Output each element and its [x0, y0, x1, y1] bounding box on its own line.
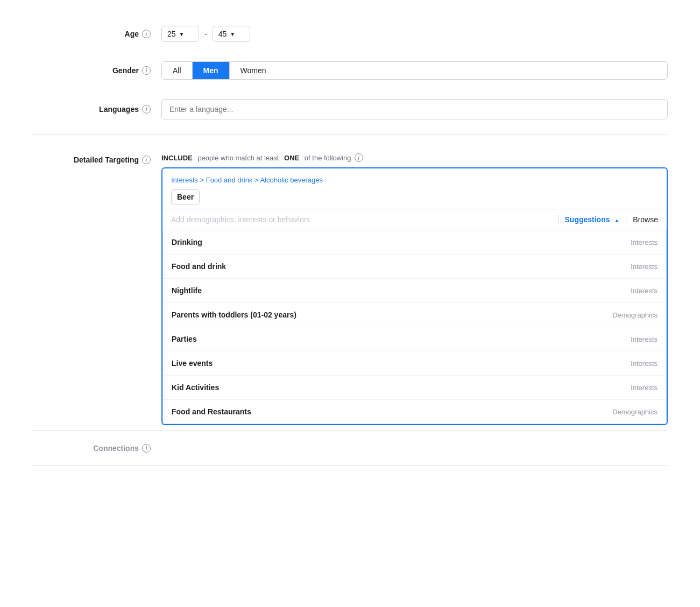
include-text: INCLUDE people who match at least ONE of…: [161, 153, 668, 162]
selected-tag-text: Beer: [177, 193, 194, 201]
search-bar-row: Add demographics, interests or behaviors…: [162, 209, 667, 230]
suggestion-category: Demographics: [612, 408, 657, 416]
detailed-targeting-label: Detailed Targeting i: [32, 153, 161, 164]
include-end: of the following: [302, 154, 351, 162]
suggestion-item[interactable]: DrinkingInterests: [163, 230, 666, 255]
include-one: ONE: [284, 154, 299, 162]
detailed-targeting-content: INCLUDE people who match at least ONE of…: [161, 153, 668, 425]
breadcrumb-sep1: >: [200, 176, 206, 184]
age-min-value: 25: [167, 30, 176, 38]
targeting-box: Interests > Food and drink > Alcoholic b…: [161, 167, 668, 425]
bottom-divider-2: [32, 465, 668, 466]
age-max-select[interactable]: 45 ▼: [213, 26, 250, 42]
connections-label-text: Connections: [93, 444, 139, 453]
suggestion-category: Interests: [631, 335, 657, 343]
connections-row: Connections i: [32, 431, 668, 465]
age-max-arrow: ▼: [230, 31, 235, 37]
suggestion-category: Interests: [631, 384, 657, 392]
suggestion-name: Food and drink: [172, 262, 226, 271]
gender-all-button[interactable]: All: [162, 62, 193, 79]
detailed-targeting-row: Detailed Targeting i INCLUDE people who …: [32, 140, 668, 430]
suggestion-name: Drinking: [172, 238, 202, 246]
tab-suggestions-text: Suggestions: [565, 215, 610, 224]
age-separator: -: [204, 30, 207, 38]
languages-info-icon[interactable]: i: [142, 105, 151, 114]
tab-divider-2: [626, 215, 626, 224]
age-min-select[interactable]: 25 ▼: [161, 26, 199, 42]
include-prefix: INCLUDE: [161, 154, 193, 162]
suggestion-item[interactable]: Live eventsInterests: [163, 351, 666, 376]
tab-suggestions[interactable]: Suggestions ▲: [565, 215, 620, 224]
include-info-icon[interactable]: i: [355, 153, 363, 162]
gender-label-text: Gender: [112, 66, 139, 75]
languages-row: Languages i: [32, 89, 668, 129]
suggestion-item[interactable]: Food and RestaurantsDemographics: [163, 400, 666, 424]
suggestion-item[interactable]: Food and drinkInterests: [163, 255, 666, 279]
age-min-arrow: ▼: [179, 31, 185, 37]
suggestions-dropdown: DrinkingInterestsFood and drinkInterests…: [162, 230, 667, 424]
connections-info-icon[interactable]: i: [142, 444, 151, 453]
suggestion-name: Food and Restaurants: [172, 407, 251, 416]
age-controls: 25 ▼ - 45 ▼: [161, 26, 668, 42]
suggestion-name: Parents with toddlers (01-02 years): [172, 310, 296, 319]
suggestion-name: Kid Activities: [172, 383, 219, 392]
section-divider: [32, 135, 668, 135]
selected-tag: Beer: [171, 189, 200, 204]
suggestion-item[interactable]: NightlifeInterests: [163, 279, 666, 303]
page-container: Age i 25 ▼ - 45 ▼ Ge: [0, 0, 700, 607]
gender-label: Gender i: [32, 66, 161, 75]
breadcrumb-area: Interests > Food and drink > Alcoholic b…: [162, 168, 667, 209]
language-input[interactable]: [161, 99, 668, 119]
gender-row: Gender i All Men Women: [32, 52, 668, 89]
languages-control: [161, 99, 668, 119]
tab-browse[interactable]: Browse: [633, 215, 658, 224]
gender-info-icon[interactable]: i: [142, 66, 151, 75]
breadcrumb: Interests > Food and drink > Alcoholic b…: [171, 176, 658, 184]
age-label: Age i: [32, 30, 161, 38]
gender-control: All Men Women: [161, 61, 668, 80]
suggestion-name: Parties: [172, 335, 197, 343]
suggestion-category: Interests: [631, 287, 657, 295]
breadcrumb-interests[interactable]: Interests: [171, 176, 198, 184]
include-middle: people who match at least: [196, 154, 281, 162]
age-label-text: Age: [125, 30, 139, 38]
breadcrumb-sep2: >: [254, 176, 260, 184]
suggestion-category: Interests: [631, 263, 657, 271]
breadcrumb-alcoholic[interactable]: Alcoholic beverages: [260, 176, 323, 184]
detailed-targeting-label-text: Detailed Targeting: [74, 156, 139, 164]
suggestion-item[interactable]: Parents with toddlers (01-02 years)Demog…: [163, 303, 666, 327]
breadcrumb-food-drink[interactable]: Food and drink: [206, 176, 253, 184]
search-placeholder[interactable]: Add demographics, interests or behaviors: [171, 215, 551, 224]
languages-label: Languages i: [32, 105, 161, 114]
suggestion-category: Interests: [631, 238, 657, 246]
suggestion-item[interactable]: PartiesInterests: [163, 327, 666, 351]
suggestion-category: Interests: [631, 359, 657, 368]
gender-buttons: All Men Women: [161, 61, 668, 80]
suggestion-name: Live events: [172, 359, 213, 368]
chevron-up-icon: ▲: [614, 217, 619, 223]
languages-label-text: Languages: [99, 105, 139, 114]
detailed-targeting-info-icon[interactable]: i: [142, 156, 151, 164]
age-row: Age i 25 ▼ - 45 ▼: [32, 16, 668, 52]
suggestion-name: Nightlife: [172, 286, 202, 295]
form-section: Age i 25 ▼ - 45 ▼ Ge: [0, 16, 700, 466]
age-control: 25 ▼ - 45 ▼: [161, 26, 668, 42]
connections-label: Connections i: [32, 444, 161, 453]
age-info-icon[interactable]: i: [142, 30, 151, 38]
suggestion-item[interactable]: Kid ActivitiesInterests: [163, 376, 666, 400]
tab-divider: [558, 215, 558, 224]
suggestion-category: Demographics: [612, 311, 657, 319]
gender-women-button[interactable]: Women: [230, 62, 277, 79]
age-max-value: 45: [218, 30, 227, 38]
gender-men-button[interactable]: Men: [193, 62, 230, 79]
